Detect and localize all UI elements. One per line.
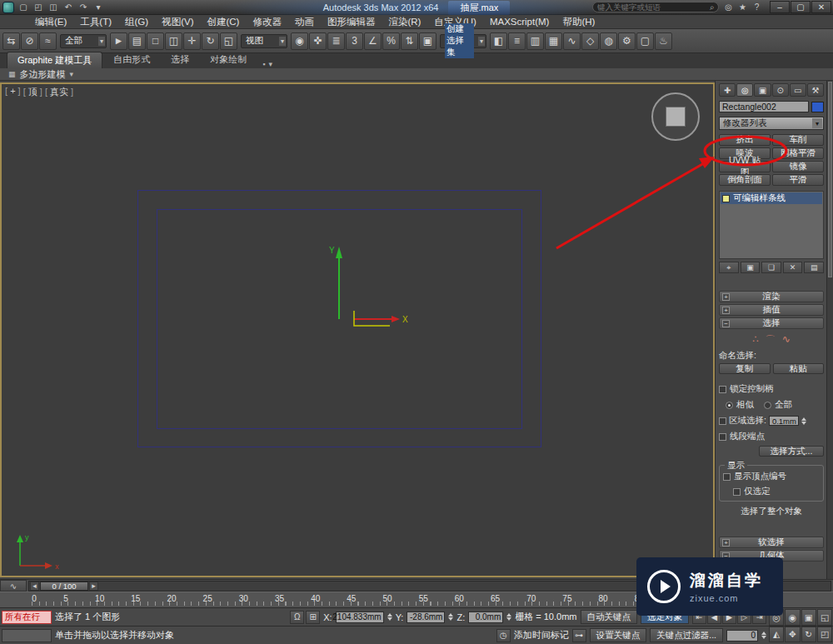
previous-frame-arrow[interactable]: ◂ [30, 582, 39, 591]
search-box[interactable]: ⌕ [592, 2, 719, 12]
menu-item[interactable]: 视图(V) [155, 15, 200, 29]
rollout-selection[interactable]: 选择 [719, 317, 824, 329]
area-threshold-spinner[interactable] [801, 417, 806, 425]
spline-mode-icon[interactable]: ∿ [782, 333, 791, 345]
minimize-button[interactable]: – [770, 1, 790, 13]
zoom-extents-icon[interactable]: ▣ [801, 609, 816, 626]
x-coord-field[interactable]: 2104.833mm [336, 612, 384, 623]
align-icon[interactable]: ≡ [508, 32, 526, 50]
use-pivot-center-icon[interactable]: ◉ [291, 32, 308, 50]
time-slider-handle[interactable]: 0 / 100 [40, 582, 88, 591]
document-tab[interactable]: 抽屉.max [448, 1, 510, 15]
pan-icon[interactable]: ✥ [785, 627, 800, 643]
paste-button[interactable]: 粘贴 [773, 363, 825, 374]
extrude-button[interactable]: 挤出 [719, 134, 771, 146]
y-spinner[interactable] [448, 613, 453, 621]
segment-mode-icon[interactable]: ⌒ [766, 333, 776, 345]
rollout-rendering[interactable]: 渲染 [719, 291, 824, 302]
rollout-soft-selection[interactable]: 软选择 [719, 537, 824, 548]
undo-icon[interactable]: ↶ [62, 2, 75, 13]
spinner-down-icon[interactable] [801, 422, 806, 425]
stack-item-editable-spline[interactable]: 可编辑样条线 [721, 192, 822, 204]
app-logo-icon[interactable] [2, 2, 14, 13]
select-and-move-icon[interactable]: ✛ [183, 32, 201, 50]
create-tab[interactable]: ✚ [719, 83, 736, 97]
selection-region-icon[interactable]: □ [147, 32, 164, 50]
orbit-icon[interactable]: ↻ [801, 627, 816, 643]
set-key-icon[interactable]: ⊶ [572, 629, 586, 642]
vertex-mode-icon[interactable]: ∴ [752, 333, 759, 345]
menu-item[interactable]: 工具(T) [73, 15, 118, 29]
viewport-menu-general[interactable]: + [5, 86, 21, 98]
render-production-icon[interactable]: ♨ [655, 32, 672, 50]
make-unique-icon[interactable]: ❏ [761, 262, 781, 273]
ribbon-toggle-icon[interactable]: ▦ [545, 32, 562, 50]
frame-spinner[interactable] [761, 632, 766, 639]
menu-item[interactable]: 创建(C) [200, 15, 246, 29]
selection-filter-dropdown[interactable]: 全部 [60, 34, 107, 48]
similar-radio[interactable]: 相似 [726, 399, 754, 411]
add-time-tag-clock-icon[interactable]: ◷ [496, 629, 511, 642]
meshsmooth-button[interactable]: 网格平滑 [772, 147, 824, 159]
tab-object-paint[interactable]: 对象绘制 [200, 52, 257, 68]
maxscript-listener-line[interactable] [2, 629, 52, 642]
y-coord-field[interactable]: -28.6mm [407, 612, 445, 623]
menu-item[interactable]: 编辑(E) [28, 15, 73, 29]
polygon-modeling-icon[interactable]: ▦ [8, 70, 16, 78]
show-end-result-icon[interactable]: ▣ [741, 262, 761, 273]
smooth-button[interactable]: 平滑 [772, 174, 824, 186]
search-icon[interactable]: ⌕ [710, 2, 715, 12]
rollout-expand-icon[interactable] [722, 293, 730, 301]
uvw-map-button[interactable]: UVW 贴图 [719, 161, 771, 172]
schematic-view-icon[interactable]: ◇ [581, 32, 599, 50]
window-crossing-icon[interactable]: ◫ [165, 32, 182, 50]
snap-toggle-3d-icon[interactable]: 3 [346, 32, 363, 50]
lathe-button[interactable]: 车削 [772, 134, 824, 146]
mirror-modifier-button[interactable]: 镜像 [772, 161, 824, 172]
set-key-button[interactable]: 设置关键点 [590, 628, 647, 642]
rollout-interpolation[interactable]: 插值 [719, 304, 824, 316]
communication-center-icon[interactable]: ◎ [722, 2, 735, 13]
rollout-expand-icon[interactable] [722, 307, 730, 314]
mirror-icon[interactable]: ◧ [490, 32, 507, 50]
lock-handles-checkbox[interactable]: 锁定控制柄 [719, 383, 824, 395]
configure-modifier-sets-icon[interactable]: ▤ [804, 262, 824, 273]
tab-selection[interactable]: 选择 [161, 52, 199, 68]
object-color-swatch[interactable] [811, 102, 824, 112]
modifier-list-dropdown[interactable]: 修改器列表 [719, 117, 824, 130]
material-editor-icon[interactable]: ◍ [600, 32, 617, 50]
open-file-icon[interactable]: ◰ [32, 2, 45, 13]
selected-only-checkbox[interactable]: 仅选定 [733, 486, 820, 497]
absolute-offset-icon[interactable]: ⊞ [306, 611, 320, 624]
motion-tab[interactable]: ⊙ [772, 83, 789, 97]
maximize-button[interactable]: ▢ [791, 1, 811, 13]
scrollbar-thumb[interactable] [828, 82, 832, 277]
unlink-selection-icon[interactable]: ⊘ [21, 32, 38, 50]
menu-item[interactable]: 渲染(R) [382, 15, 427, 29]
tab-graphite[interactable]: Graphite 建模工具 [7, 52, 102, 68]
favorites-star-icon[interactable]: ★ [736, 2, 749, 13]
reference-coordinate-dropdown[interactable]: 视图 [241, 34, 287, 48]
select-and-scale-icon[interactable]: ◱ [220, 32, 237, 50]
new-file-icon[interactable]: ▢ [17, 2, 30, 13]
select-and-link-icon[interactable]: ⇆ [2, 32, 20, 50]
select-object-icon[interactable]: ► [110, 32, 127, 50]
menu-item[interactable]: MAXScript(M) [483, 16, 556, 27]
menu-item[interactable]: 动画 [288, 15, 321, 29]
flyout-chevron-icon[interactable]: ▾ [70, 70, 74, 78]
save-icon[interactable]: ◫ [47, 2, 60, 13]
select-by-button[interactable]: 选择方式... [759, 446, 824, 457]
all-radio[interactable]: 全部 [764, 399, 792, 411]
command-panel-scrollbar[interactable] [826, 81, 833, 579]
named-selection-combo[interactable]: 创建选择集 [440, 34, 486, 48]
copy-button[interactable]: 复制 [719, 363, 771, 374]
zoom-region-icon[interactable]: ◱ [817, 609, 832, 626]
rollout-collapse-icon[interactable] [722, 320, 730, 327]
bind-to-space-warp-icon[interactable]: ≈ [39, 32, 57, 50]
spline-rectangle-inner[interactable] [157, 209, 522, 429]
area-threshold-field[interactable]: 0.1mm [769, 416, 799, 426]
edit-named-selections-icon[interactable]: ▣ [419, 32, 436, 50]
segment-end-checkbox[interactable]: 线段端点 [719, 431, 824, 442]
select-and-rotate-icon[interactable]: ↻ [202, 32, 219, 50]
ribbon-minimize-icon[interactable]: ▾ [268, 60, 272, 68]
